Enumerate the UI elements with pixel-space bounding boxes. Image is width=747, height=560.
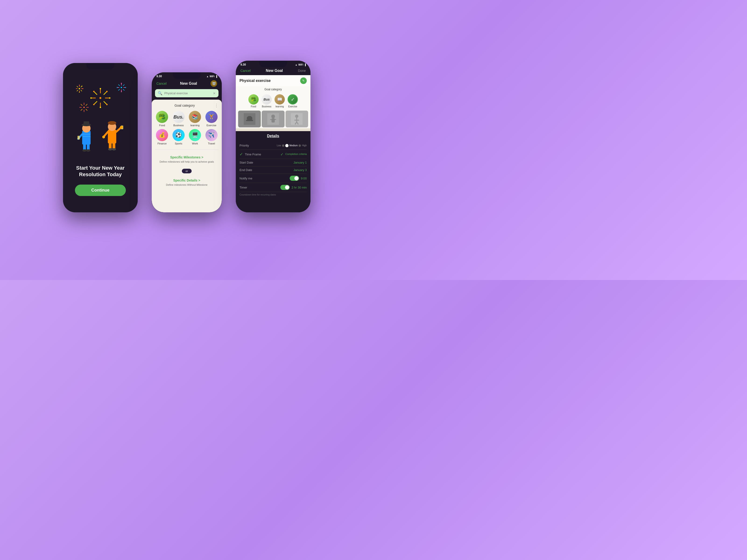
specific-milestones-btn[interactable]: Specific Milestones >: [155, 155, 218, 159]
details-heading: Details: [239, 134, 307, 138]
exercise-img-3: [285, 111, 308, 127]
category-travel-2[interactable]: ✈️ Travel: [205, 129, 219, 145]
edit-icon[interactable]: ✎: [300, 77, 307, 84]
svg-line-19: [118, 89, 120, 90]
status-icons-3: ▲ WiFi ▐: [295, 63, 306, 66]
search-input-2[interactable]: [164, 91, 211, 95]
phone-2: 9.30 ▲ WiFi ▐ Cancel New Goal 🐺 🔍 ✕ Goal…: [152, 72, 222, 212]
svg-line-47: [86, 109, 87, 111]
notify-label: Notify me: [239, 177, 252, 180]
priority-dot-low: [282, 144, 284, 147]
svg-point-13: [121, 87, 122, 88]
section-header-2: Goal category ⋮: [155, 103, 218, 108]
svg-point-25: [117, 87, 118, 88]
start-date-value[interactable]: January 1: [293, 161, 307, 164]
clear-icon-2[interactable]: ✕: [213, 91, 216, 95]
search-bar-2[interactable]: 🔍 ✕: [155, 89, 218, 97]
svg-point-22: [121, 83, 122, 84]
phone-1: Start Your New Year Resolution Today Con…: [63, 63, 138, 212]
priority-slider[interactable]: Low Medium High: [277, 144, 307, 147]
category-grid-2: 🥦 Food Bus. Business 📚 learning: [155, 111, 218, 145]
timer-value: 2 hr 30 min: [291, 186, 307, 189]
svg-point-36: [106, 91, 108, 92]
specific-details-btn[interactable]: Specific Details >: [155, 179, 218, 182]
svg-point-75: [120, 126, 123, 129]
priority-high: High: [302, 144, 307, 147]
svg-point-11: [82, 88, 83, 89]
cat-icons-row-3: 🥦 Food Bus Business 📖 lea: [236, 92, 310, 110]
cat-exercise-3[interactable]: ✓ Exercise: [288, 94, 298, 108]
hero-section: Physical exercise ✎ Goal category 🥦 Food…: [236, 75, 310, 131]
timeframe-check-icon: ✓: [280, 152, 283, 157]
battery-icon: ▐: [215, 75, 217, 78]
status-time-2: 9.30: [156, 75, 162, 78]
category-learning-label-2: learning: [190, 124, 200, 127]
cat-learning-3[interactable]: 📖 learning: [275, 94, 285, 108]
cat-food-3[interactable]: 🥦 Food: [248, 94, 259, 108]
svg-point-73: [112, 148, 116, 151]
category-business-2[interactable]: Bus. Business: [172, 111, 186, 127]
goal-category-title-3: Goal category: [236, 86, 310, 92]
nav-title-3: New Goal: [266, 69, 283, 73]
category-learning-2[interactable]: 📚 learning: [188, 111, 202, 127]
done-button-3[interactable]: Done: [298, 69, 306, 73]
svg-point-24: [121, 91, 122, 92]
status-time-3: 9.30: [240, 63, 246, 66]
start-date-row: Start Date January 1: [239, 159, 307, 166]
timer-label: Timer: [239, 186, 247, 189]
category-exercise-2[interactable]: 🏋️ Exercise: [205, 111, 219, 127]
svg-point-85: [295, 114, 298, 118]
cancel-button-2[interactable]: Cancel: [156, 82, 167, 85]
timer-row: Timer 2 hr 30 min: [239, 183, 307, 192]
priority-label: Priority: [239, 144, 249, 147]
svg-rect-78: [246, 120, 253, 121]
svg-line-6: [77, 90, 78, 91]
status-icons-2: ▲ WiFi ▐: [206, 75, 217, 78]
svg-point-42: [93, 91, 95, 92]
svg-point-37: [109, 97, 110, 99]
priority-low: Low: [277, 144, 281, 147]
category-sports-2[interactable]: ⚽ Sports: [172, 129, 186, 145]
start-date-label: Start Date: [239, 161, 253, 164]
notify-toggle[interactable]: [290, 176, 299, 181]
timeframe-row: ✓ Time Frame ✓ Completion criteria: [239, 150, 307, 159]
cat-exercise-label-3: Exercise: [288, 105, 297, 108]
svg-point-43: [83, 107, 85, 108]
more-icon-2[interactable]: ⋮: [214, 103, 218, 108]
cat-business-3[interactable]: Bus Business: [261, 94, 272, 108]
category-food-2[interactable]: 🥦 Food: [155, 111, 169, 127]
timer-toggle[interactable]: [280, 185, 290, 190]
milestone-desc: Define milestones will help you to achei…: [155, 160, 218, 164]
svg-rect-58: [83, 144, 86, 150]
svg-point-66: [108, 121, 116, 125]
svg-line-8: [77, 86, 78, 87]
svg-point-10: [81, 86, 82, 86]
search-icon-2: 🔍: [158, 91, 162, 96]
svg-line-4: [81, 90, 82, 91]
exercise-img-2: [262, 111, 284, 127]
svg-rect-81: [272, 118, 275, 123]
continue-button[interactable]: Continue: [75, 185, 126, 196]
svg-point-38: [106, 104, 108, 105]
completion-criteria-link[interactable]: Completion criteria: [285, 153, 307, 156]
cat-learning-label-3: learning: [276, 105, 284, 108]
priority-dot-high: [299, 144, 301, 147]
phone-3: 9.30 ▲ WiFi ▐ Cancel New Goal Done Physi…: [236, 61, 310, 212]
signal-icon: ▲: [206, 75, 209, 78]
category-sports-label-2: Sports: [175, 142, 182, 145]
svg-rect-64: [108, 130, 116, 143]
milestone-section: Specific Milestones > Define milestones …: [155, 154, 218, 165]
fireworks-illustration: [70, 79, 131, 159]
cancel-button-3[interactable]: Cancel: [240, 69, 251, 73]
svg-rect-57: [77, 136, 80, 139]
category-finance-2[interactable]: 💰 Finance: [155, 129, 169, 145]
svg-point-74: [102, 136, 105, 138]
svg-point-12: [79, 92, 80, 92]
svg-point-9: [79, 85, 80, 86]
illustration-area: [63, 75, 138, 163]
end-date-value[interactable]: January 3: [293, 168, 307, 172]
details-desc: Define milestones Without Milestone: [155, 183, 218, 187]
nav-bar-3: Cancel New Goal Done: [236, 67, 310, 75]
category-work-2[interactable]: 🖥️ Work: [188, 129, 202, 145]
svg-rect-83: [274, 119, 276, 120]
